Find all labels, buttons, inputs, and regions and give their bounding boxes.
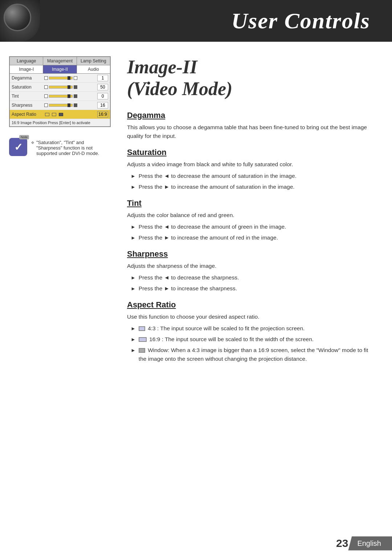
desc-tint: Adjusts the color balance of red and gre… bbox=[127, 211, 377, 220]
bullet-saturation-increase-text: Press the ► to increase the amount of sa… bbox=[139, 183, 377, 191]
heading-sharpness: Sharpness bbox=[127, 249, 377, 259]
tint-left-box bbox=[44, 94, 48, 98]
footer: 23 English bbox=[0, 531, 392, 556]
bullet-sharpness-decrease: ► Press the ◄ to decrease the sharpness. bbox=[131, 273, 377, 282]
bullet-tint-increase-text: Press the ► to increase the amount of re… bbox=[139, 233, 377, 242]
saturation-controls bbox=[44, 85, 96, 89]
tab-audio[interactable]: Audio bbox=[77, 65, 110, 73]
sharp-right-box bbox=[74, 103, 77, 107]
bullet-aspect-169: ► 16:9 : The input source will be scaled… bbox=[131, 335, 377, 344]
desc-saturation: Adjusts a video image from black and whi… bbox=[127, 160, 377, 169]
row-label-sharpness: Sharpness bbox=[12, 103, 44, 108]
row-label-saturation: Saturation bbox=[12, 85, 44, 90]
heading-tint: Tint bbox=[127, 199, 377, 208]
degamma-right-box bbox=[74, 76, 77, 80]
tab-lamp-setting[interactable]: Lamp Setting bbox=[77, 57, 110, 65]
osd-row-saturation: Saturation 50 bbox=[10, 83, 110, 92]
osd-row-degamma: Degamma 1 bbox=[10, 74, 110, 83]
osd-bottom-bar: 16:9 Image Position Press [Enter] to act… bbox=[10, 119, 110, 126]
degamma-left-box bbox=[44, 76, 48, 80]
tint-value: 0 bbox=[97, 93, 108, 99]
sharp-slider bbox=[49, 104, 73, 107]
note-label: Note bbox=[19, 135, 29, 139]
degamma-controls bbox=[44, 76, 96, 80]
row-label-degamma: Degamma bbox=[12, 75, 44, 81]
language-tab: English bbox=[348, 536, 392, 551]
tab-language[interactable]: Language bbox=[10, 57, 43, 65]
sharpness-value: 16 bbox=[97, 102, 108, 109]
arrow-icon-1: ► bbox=[131, 172, 136, 180]
aspect-icon-169 bbox=[52, 113, 56, 116]
bullet-sharpness-increase-text: Press the ► to increase the sharpness. bbox=[139, 284, 377, 293]
tint-right-box bbox=[74, 94, 77, 98]
bullet-tint-decrease: ► Press the ◄ to decrease the amount of … bbox=[131, 222, 377, 231]
sat-right-box bbox=[74, 85, 77, 89]
aspect-icon-43 bbox=[45, 113, 49, 116]
arrow-icon-5: ► bbox=[131, 274, 136, 282]
osd-top-tabs: Language Management Lamp Setting bbox=[10, 57, 110, 65]
tab-management[interactable]: Management bbox=[43, 57, 77, 65]
osd-rows: Degamma 1 Saturation bbox=[10, 74, 110, 119]
bullet-sharpness-decrease-text: Press the ◄ to decrease the sharpness. bbox=[139, 273, 377, 282]
heading-aspect-ratio: Aspect Ratio bbox=[127, 300, 377, 310]
page-subtitle: Image-II(Video Mode) bbox=[127, 56, 377, 100]
language-label: English bbox=[357, 539, 381, 547]
arrow-icon-2: ► bbox=[131, 183, 136, 191]
aspect-ratio-value: 16:9 bbox=[97, 111, 108, 118]
bullet-aspect-window: ► Window: When a 4:3 image is bigger tha… bbox=[131, 346, 377, 363]
osd-row-sharpness: Sharpness 16 bbox=[10, 101, 110, 110]
aspect-43-icon bbox=[139, 326, 145, 331]
arrow-icon-9: ► bbox=[131, 347, 136, 355]
sharp-left-box bbox=[44, 103, 48, 107]
main-content: Language Management Lamp Setting Image-I… bbox=[0, 42, 392, 373]
heading-saturation: Saturation bbox=[127, 148, 377, 157]
osd-menu: Language Management Lamp Setting Image-I… bbox=[9, 56, 111, 127]
osd-row-aspect-ratio: Aspect Ratio 16:9 bbox=[10, 110, 110, 119]
bullet-tint-decrease-text: Press the ◄ to decrease the amount of gr… bbox=[139, 222, 377, 231]
note-icon: Note bbox=[9, 138, 27, 156]
sat-left-box bbox=[44, 85, 48, 89]
position-label: 16:9 Image Position bbox=[12, 120, 48, 125]
note-content: "Saturation", "Tint" and "Sharpness" fun… bbox=[31, 138, 111, 156]
desc-degamma: This allows you to choose a degamma tabl… bbox=[127, 123, 377, 140]
arrow-icon-6: ► bbox=[131, 285, 136, 293]
desc-sharpness: Adjusts the sharpness of the image. bbox=[127, 262, 377, 270]
aspect-169-icon bbox=[139, 337, 147, 342]
bullet-aspect-169-text: 16:9 : The input source will be scaled t… bbox=[139, 335, 377, 344]
page-number: 23 bbox=[336, 537, 348, 549]
page-title: User Controls bbox=[231, 8, 370, 34]
section-sharpness: Sharpness Adjusts the sharpness of the i… bbox=[127, 249, 377, 293]
heading-degamma: Degamma bbox=[127, 111, 377, 120]
osd-row-tint: Tint 0 bbox=[10, 92, 110, 101]
right-column: Image-II(Video Mode) Degamma This allows… bbox=[116, 49, 392, 373]
aspect-controls bbox=[44, 113, 96, 116]
press-info: Press [Enter] to activate bbox=[48, 120, 90, 125]
arrow-icon-7: ► bbox=[131, 325, 136, 333]
header: User Controls bbox=[0, 0, 392, 42]
sharpness-controls bbox=[44, 103, 96, 107]
sat-slider bbox=[49, 86, 73, 89]
aspect-window-icon bbox=[139, 348, 145, 353]
note-box: Note "Saturation", "Tint" and "Sharpness… bbox=[9, 138, 111, 156]
bullet-aspect-43: ► 4:3 : The input source will be scaled … bbox=[131, 324, 377, 333]
degamma-slider bbox=[49, 77, 73, 79]
bullet-sharpness-increase: ► Press the ► to increase the sharpness. bbox=[131, 284, 377, 293]
tint-slider bbox=[49, 95, 73, 98]
row-label-tint: Tint bbox=[12, 94, 44, 99]
bullet-saturation-decrease-text: Press the ◄ to decrease the amount of sa… bbox=[139, 172, 377, 180]
bullet-saturation-increase: ► Press the ► to increase the amount of … bbox=[131, 183, 377, 191]
bullet-aspect-window-text: Window: When a 4:3 image is bigger than … bbox=[139, 346, 377, 363]
saturation-value: 50 bbox=[97, 84, 108, 90]
arrow-icon-3: ► bbox=[131, 223, 136, 231]
section-degamma: Degamma This allows you to choose a dega… bbox=[127, 111, 377, 140]
aspect-icon-window bbox=[59, 113, 63, 116]
osd-bottom-tabs: Image-I Image-II Audio bbox=[10, 65, 110, 74]
bullet-aspect-43-text: 4:3 : The input source will be scaled to… bbox=[139, 324, 377, 333]
row-label-aspect-ratio: Aspect Ratio bbox=[12, 112, 44, 117]
left-column: Language Management Lamp Setting Image-I… bbox=[0, 49, 116, 373]
bullet-saturation-decrease: ► Press the ◄ to decrease the amount of … bbox=[131, 172, 377, 180]
section-saturation: Saturation Adjusts a video image from bl… bbox=[127, 148, 377, 191]
tab-image-i[interactable]: Image-I bbox=[10, 65, 43, 73]
arrow-icon-8: ► bbox=[131, 336, 136, 344]
tab-image-ii[interactable]: Image-II bbox=[43, 65, 77, 73]
